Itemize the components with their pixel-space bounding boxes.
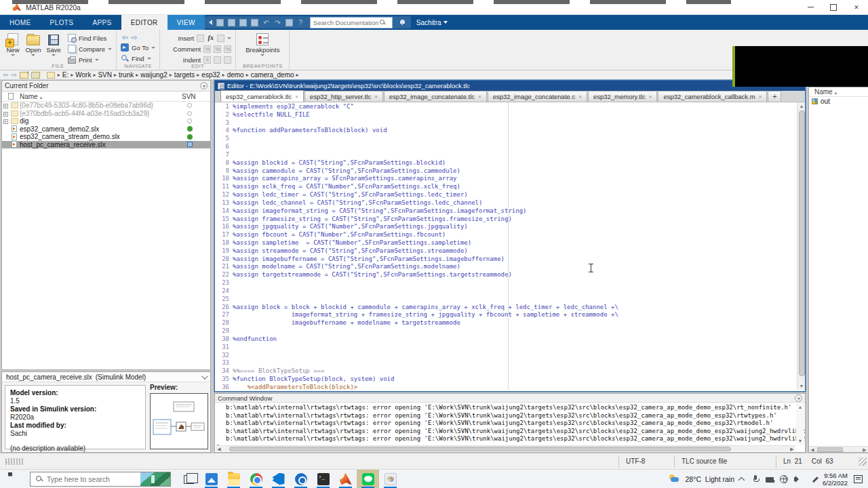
code-line[interactable]: 14%assign imageformat_string = CAST("Str… [215, 207, 805, 215]
command-horizontal-scrollbar[interactable]: ◀ ▶ [216, 445, 795, 451]
doc-search-box[interactable] [310, 17, 393, 28]
paste-icon[interactable] [251, 19, 258, 26]
close-tab-icon[interactable]: × [759, 94, 762, 100]
microphone-icon[interactable] [751, 475, 760, 483]
scrollbar-thumb[interactable] [229, 447, 731, 451]
search-icon[interactable] [380, 20, 386, 26]
code-line[interactable]: 12%assign ledc_timer = CAST("String",SFc… [215, 190, 805, 199]
code-line[interactable]: 28 imagebuffername + modelname + targets… [215, 319, 805, 327]
code-line[interactable]: 31 [215, 343, 805, 351]
taskbar-clock[interactable]: 9:56 AM 6/2/2022 [823, 472, 848, 487]
ribbon-tab-home[interactable]: HOME [0, 15, 41, 30]
doc-search-input[interactable] [311, 19, 378, 26]
help-icon[interactable]: ? [297, 19, 304, 26]
editor-tab[interactable]: esp32_image_concatenate.c× [488, 91, 587, 102]
code-line[interactable]: 13%assign ledc_channel = CAST("String",S… [215, 199, 805, 207]
network-globe-icon[interactable] [780, 475, 788, 483]
code-line[interactable]: 1%implements esp32_camerablock "C" [215, 102, 805, 110]
close-button[interactable] [845, 0, 868, 14]
fx-icon[interactable]: fx [207, 35, 214, 42]
find-files-button[interactable]: Find Files [68, 33, 112, 43]
cut-icon[interactable] [228, 19, 235, 26]
browse-folder-icon[interactable] [31, 72, 40, 79]
close-tab-icon[interactable]: × [295, 94, 298, 100]
code-line[interactable]: 35%function BlockTypeSetup(block, system… [215, 375, 805, 383]
ribbon-tab-editor[interactable]: EDITOR [121, 15, 167, 30]
breadcrumb-segment[interactable]: camera_demo [249, 71, 296, 79]
new-button[interactable]: New [4, 32, 22, 64]
code-line[interactable]: 27 imageformat_string + framesize_string… [215, 311, 805, 319]
panel-menu-icon[interactable] [795, 394, 802, 402]
folder-list-item[interactable]: +{0e77bc49-5303-4c80-8b5b-e08eba7ab96d} [2, 102, 210, 110]
code-line[interactable]: 25 [215, 295, 805, 303]
taskbar-icon-terminal[interactable] [312, 470, 334, 488]
ribbon-tab-view[interactable]: VIEW [167, 15, 205, 30]
new-tab-button[interactable]: + [768, 91, 781, 102]
back-arrow-icon[interactable]: ⇦ [122, 33, 128, 41]
ribbon-tab-apps[interactable]: APPS [83, 15, 121, 30]
minimize-button[interactable] [799, 0, 822, 14]
insert-row[interactable]: Insert fx [164, 33, 231, 43]
panel-menu-icon[interactable] [200, 82, 208, 89]
taskbar-icon-chrome[interactable] [245, 470, 267, 488]
code-line[interactable]: 20%assign imagebuffername = CAST("String… [215, 255, 805, 263]
breadcrumb-segment[interactable]: targets [172, 71, 197, 79]
taskbar-icon-line[interactable] [357, 470, 379, 488]
hidden-icons-chevron[interactable] [738, 477, 745, 484]
taskbar-icon-photos[interactable] [200, 470, 222, 488]
scroll-left-icon[interactable]: ◀ [809, 447, 816, 453]
workspace-name-column[interactable]: Name [814, 88, 837, 96]
breadcrumb-segment[interactable]: SVN [96, 71, 114, 79]
forward-icon[interactable]: ⇨ [11, 71, 16, 79]
close-tab-icon[interactable]: × [478, 94, 481, 100]
scroll-up-icon[interactable]: ▲ [797, 102, 805, 110]
breadcrumb-segment[interactable]: E: [60, 71, 71, 79]
breadcrumb-segment[interactable]: demo [225, 71, 246, 79]
editor-tab[interactable]: esp32_http_server.tlc× [304, 91, 383, 102]
open-button[interactable]: Open [24, 32, 42, 64]
folder-list-item[interactable]: esp32_camera_demo2.slx [2, 125, 210, 134]
scrollbar-thumb[interactable] [799, 110, 805, 376]
user-menu[interactable]: Sachitra [414, 15, 453, 30]
command-output[interactable]: b:\matlab\rtw\internal\rtwtags\rtwtags: … [215, 403, 805, 443]
editor-tab[interactable]: esp32_camerablock_callback.m× [658, 91, 767, 102]
editor-tab[interactable]: esp32_camerablock.tlc× [220, 90, 304, 102]
taskbar-search-box[interactable] [30, 472, 171, 487]
details-header[interactable]: host_pc_camera_receive.slx (Simulink Mod… [2, 372, 210, 382]
expand-icon[interactable]: + [3, 104, 8, 108]
breadcrumb-segment[interactable]: trunk [117, 71, 136, 79]
folder-list-item[interactable]: host_pc_camera_receive.slx [2, 141, 210, 149]
code-line[interactable]: 11%assign xclk_freq = CAST("Number",SFcn… [215, 182, 805, 190]
code-line[interactable]: 32 [215, 351, 805, 359]
breakpoints-button[interactable]: Breakpoints [240, 32, 285, 56]
find-button[interactable]: Find [121, 54, 155, 63]
editor-tab[interactable]: esp32_memory.tlc× [588, 91, 658, 102]
copy-icon[interactable] [239, 19, 247, 26]
resize-grip[interactable] [859, 458, 867, 466]
compare-button[interactable]: Compare [68, 44, 112, 54]
code-line[interactable]: 2%selectfile NULL_FILE [215, 110, 805, 119]
code-line[interactable]: 29 [215, 327, 805, 335]
svn-column-header[interactable]: SVN [182, 93, 210, 100]
workspace-variable-row[interactable]: out [809, 97, 868, 105]
code-line[interactable]: 9%assign cammodule = CAST("String",SFcnP… [215, 167, 805, 175]
code-line[interactable]: 21%assign modelname = CAST("String",SFcn… [215, 263, 805, 271]
code-line[interactable]: 34%%==== BlockTypeSetup === [215, 367, 805, 375]
switch-window-icon[interactable] [285, 19, 293, 26]
undo-icon[interactable]: ↶ [262, 19, 270, 26]
command-vertical-scrollbar[interactable]: ▲ ▼ [796, 403, 804, 445]
comment-row[interactable]: Comment % % % [164, 44, 231, 54]
code-line[interactable]: 3 [215, 119, 805, 127]
folder-list-item[interactable]: +{e370bdb5-acb5-44f4-a03e-f16ad3cb3a29} [2, 110, 210, 118]
search-highlight-image[interactable] [140, 472, 170, 486]
breadcrumb-segment[interactable]: waijung2 [138, 71, 169, 79]
redo-icon[interactable]: ↷ [274, 19, 281, 26]
code-line[interactable]: 7 [215, 150, 805, 159]
weather-icon[interactable] [669, 474, 679, 484]
scroll-up-icon[interactable]: ▲ [796, 403, 804, 411]
code-area[interactable]: 1%implements esp32_camerablock "C"2%sele… [215, 102, 805, 390]
code-line[interactable]: 18%assign sampletime = CAST("Number",SFc… [215, 239, 805, 247]
scroll-down-icon[interactable]: ▼ [797, 382, 805, 390]
code-line[interactable]: 5 [215, 134, 805, 142]
expand-icon[interactable]: + [3, 112, 8, 117]
